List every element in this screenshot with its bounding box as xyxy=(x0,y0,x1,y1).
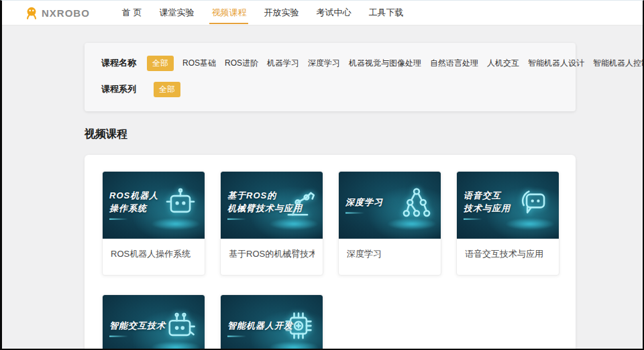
course-thumbnail: 深度学习 xyxy=(339,172,441,239)
course-card-body: 语音交互技术与应用 xyxy=(457,239,559,275)
course-name-tag-4[interactable]: 机器学习 xyxy=(267,56,299,71)
robot-head-icon xyxy=(163,185,198,220)
filter-label-course-name: 课程名称 xyxy=(101,57,136,69)
course-card-3[interactable]: 深度学习深度学习 xyxy=(338,171,441,276)
course-name-tag-list: 全部ROS基础ROS进阶机器学习深度学习机器视觉与图像处理自然语言处理人机交互智… xyxy=(147,56,644,71)
course-card-5[interactable]: 智能交互技术智能交互技术 xyxy=(102,294,205,350)
filter-label-course-series: 课程系列 xyxy=(101,83,143,95)
course-title: 深度学习 xyxy=(347,248,433,260)
course-thumbnail: 基于ROS的机械臂技术与应用 xyxy=(221,172,323,239)
nav-item-2[interactable]: 课堂实验 xyxy=(159,1,194,25)
top-navigation-bar: NXROBO 首 页课堂实验视频课程开放实验考试中心工具下载 xyxy=(2,1,643,25)
course-series-tag-1[interactable]: 全部 xyxy=(154,82,180,97)
filter-row-course-series: 课程系列 全部 xyxy=(101,81,569,97)
thumbnail-title-text: ROS机器人操作系统 xyxy=(109,190,158,220)
course-card-1[interactable]: ROS机器人操作系统ROS机器人操作系统 xyxy=(102,171,205,276)
nav-item-6[interactable]: 工具下载 xyxy=(368,1,403,25)
course-thumbnail: 语音交互技术与应用 xyxy=(457,172,559,239)
course-card-body: 深度学习 xyxy=(339,239,441,275)
course-name-tag-6[interactable]: 机器视觉与图像处理 xyxy=(349,56,421,71)
section-title: 视频课程 xyxy=(85,127,643,141)
filter-panel: 课程名称 全部ROS基础ROS进阶机器学习深度学习机器视觉与图像处理自然语言处理… xyxy=(85,43,576,111)
course-series-tag-list: 全部 xyxy=(154,82,189,97)
browser-viewport: NXROBO 首 页课堂实验视频课程开放实验考试中心工具下载 课程名称 全部RO… xyxy=(0,0,644,350)
course-name-tag-9[interactable]: 智能机器人设计 xyxy=(528,56,584,71)
nav-item-3[interactable]: 视频课程 xyxy=(211,1,246,25)
neural-network-icon xyxy=(399,185,434,220)
filter-row-course-name: 课程名称 全部ROS基础ROS进阶机器学习深度学习机器视觉与图像处理自然语言处理… xyxy=(101,55,569,71)
logo[interactable]: NXROBO xyxy=(24,5,90,20)
course-card-body: 基于ROS的机械臂技术与应用 xyxy=(221,239,323,275)
course-name-tag-5[interactable]: 深度学习 xyxy=(308,56,340,71)
course-name-tag-7[interactable]: 自然语言处理 xyxy=(430,56,478,71)
robot-face-icon xyxy=(163,308,198,343)
course-card-2[interactable]: 基于ROS的机械臂技术与应用基于ROS的机械臂技术与应用 xyxy=(220,171,323,276)
course-name-tag-8[interactable]: 人机交互 xyxy=(487,56,519,71)
course-title: 语音交互技术与应用 xyxy=(465,248,551,260)
voice-robot-icon xyxy=(517,185,552,220)
nav-item-5[interactable]: 考试中心 xyxy=(316,1,351,25)
course-grid: ROS机器人操作系统ROS机器人操作系统基于ROS的机械臂技术与应用基于ROS的… xyxy=(85,155,576,350)
course-grid-panel: ROS机器人操作系统ROS机器人操作系统基于ROS的机械臂技术与应用基于ROS的… xyxy=(85,155,576,350)
course-thumbnail: 智能交互技术 xyxy=(103,295,205,350)
course-title: 基于ROS的机械臂技术与应用 xyxy=(229,248,315,260)
course-thumbnail: ROS机器人操作系统 xyxy=(103,172,205,239)
course-name-tag-3[interactable]: ROS进阶 xyxy=(225,56,258,71)
course-title: ROS机器人操作系统 xyxy=(111,248,197,260)
course-card-6[interactable]: 智能机器人开发智能机器人开发 xyxy=(220,294,323,350)
course-name-tag-2[interactable]: ROS基础 xyxy=(182,56,216,71)
course-name-tag-1[interactable]: 全部 xyxy=(147,56,174,71)
course-card-4[interactable]: 语音交互技术与应用语音交互技术与应用 xyxy=(456,171,559,276)
course-name-tag-10[interactable]: 智能机器人控制 xyxy=(593,56,644,71)
nav-item-4[interactable]: 开放实验 xyxy=(264,1,299,25)
thumbnail-title-text: 基于ROS的机械臂技术与应用 xyxy=(227,190,303,220)
logo-robot-icon xyxy=(24,5,39,20)
course-card-body: ROS机器人操作系统 xyxy=(103,239,205,275)
nav-item-1[interactable]: 首 页 xyxy=(122,1,142,25)
thumbnail-title-text: 深度学习 xyxy=(345,196,383,214)
thumbnail-title-text: 智能机器人开发 xyxy=(227,320,293,337)
logo-text: NXROBO xyxy=(42,7,90,19)
main-nav: 首 页课堂实验视频课程开放实验考试中心工具下载 xyxy=(122,1,421,25)
thumbnail-title-text: 语音交互技术与应用 xyxy=(464,190,511,220)
course-thumbnail: 智能机器人开发 xyxy=(221,295,323,350)
thumbnail-title-text: 智能交互技术 xyxy=(109,320,166,337)
